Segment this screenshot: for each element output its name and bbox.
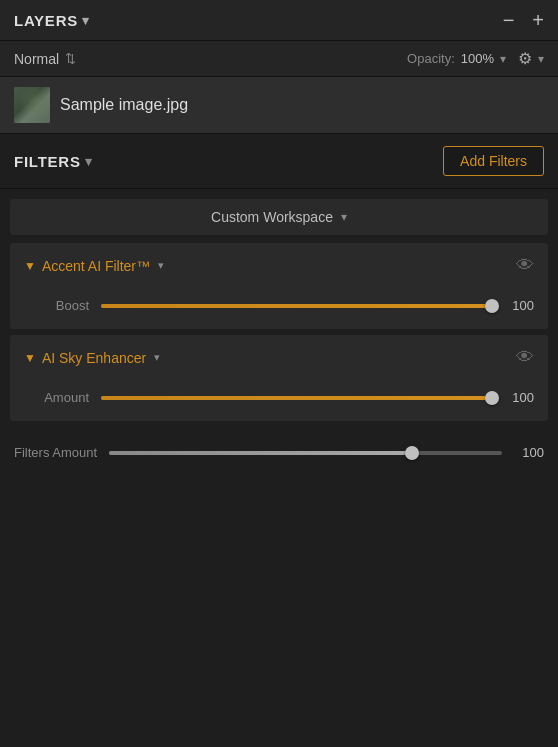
layers-title-dropdown-icon[interactable]: ▾ — [82, 13, 90, 28]
layer-name: Sample image.jpg — [60, 96, 188, 114]
accent-ai-slider-label: Boost — [24, 298, 89, 313]
accent-ai-slider-row: Boost 100 — [10, 288, 548, 329]
accent-ai-visibility-icon[interactable]: 👁 — [516, 255, 534, 276]
filters-amount-thumb[interactable] — [405, 446, 419, 460]
filters-amount-label: Filters Amount — [14, 445, 97, 460]
filter-panel-accent-ai: ▼ Accent AI Filter™ ▾ 👁 Boost 100 — [10, 243, 548, 329]
filter-panel-ai-sky-header: ▼ AI Sky Enhancer ▾ 👁 — [10, 335, 548, 380]
accent-ai-slider-fill — [101, 304, 492, 308]
blend-opacity-row: Normal ⇅ Opacity: 100% ▾ ⚙ ▾ — [0, 41, 558, 77]
blend-mode-selector[interactable]: Normal ⇅ — [14, 51, 76, 67]
ai-sky-slider-fill — [101, 396, 492, 400]
add-layer-button[interactable]: + — [532, 10, 544, 30]
filters-title-text: FILTERS — [14, 153, 81, 170]
ai-sky-collapse-arrow[interactable]: ▼ — [24, 351, 36, 365]
filters-amount-row: Filters Amount 100 — [0, 427, 558, 478]
accent-ai-slider-thumb[interactable] — [485, 299, 499, 313]
filter-panel-ai-sky: ▼ AI Sky Enhancer ▾ 👁 Amount 100 — [10, 335, 548, 421]
filter-panel-ai-sky-left: ▼ AI Sky Enhancer ▾ — [24, 350, 160, 366]
filters-title-dropdown-icon[interactable]: ▾ — [85, 154, 93, 169]
accent-ai-slider-value: 100 — [504, 298, 534, 313]
ai-sky-slider-row: Amount 100 — [10, 380, 548, 421]
ai-sky-slider-track — [101, 396, 492, 400]
add-filters-button[interactable]: Add Filters — [443, 146, 544, 176]
accent-ai-filter-dropdown-icon[interactable]: ▾ — [158, 259, 164, 272]
filters-title: FILTERS ▾ — [14, 153, 92, 170]
accent-ai-filter-name: Accent AI Filter™ — [42, 258, 150, 274]
opacity-dropdown-icon[interactable]: ▾ — [500, 52, 506, 66]
workspace-label: Custom Workspace — [211, 209, 333, 225]
ai-sky-visibility-icon[interactable]: 👁 — [516, 347, 534, 368]
ai-sky-slider-track-container[interactable] — [101, 396, 492, 400]
layers-title: LAYERS ▾ — [14, 12, 90, 29]
layers-title-text: LAYERS — [14, 12, 78, 29]
workspace-dropdown-icon: ▾ — [341, 210, 347, 224]
minimize-button[interactable]: − — [503, 10, 515, 30]
filters-amount-value: 100 — [514, 445, 544, 460]
layer-thumbnail — [14, 87, 50, 123]
ai-sky-slider-label: Amount — [24, 390, 89, 405]
opacity-section: Opacity: 100% ▾ ⚙ ▾ — [407, 49, 544, 68]
filters-amount-track-container[interactable] — [109, 451, 502, 455]
layers-header: LAYERS ▾ − + — [0, 0, 558, 41]
ai-sky-filter-name: AI Sky Enhancer — [42, 350, 146, 366]
opacity-label: Opacity: — [407, 51, 455, 66]
blend-mode-value: Normal — [14, 51, 59, 67]
filters-amount-fill — [109, 451, 412, 455]
filters-amount-track — [109, 451, 502, 455]
accent-ai-slider-track-container[interactable] — [101, 304, 492, 308]
settings-dropdown-icon[interactable]: ▾ — [538, 52, 544, 66]
ai-sky-slider-value: 100 — [504, 390, 534, 405]
filters-header: FILTERS ▾ Add Filters — [0, 134, 558, 189]
layer-item[interactable]: Sample image.jpg — [0, 77, 558, 134]
settings-button[interactable]: ⚙ — [518, 49, 532, 68]
filter-panel-accent-ai-header: ▼ Accent AI Filter™ ▾ 👁 — [10, 243, 548, 288]
accent-ai-collapse-arrow[interactable]: ▼ — [24, 259, 36, 273]
workspace-selector[interactable]: Custom Workspace ▾ — [10, 199, 548, 235]
ai-sky-filter-dropdown-icon[interactable]: ▾ — [154, 351, 160, 364]
filter-panel-accent-ai-left: ▼ Accent AI Filter™ ▾ — [24, 258, 164, 274]
blend-mode-arrows-icon: ⇅ — [65, 51, 76, 66]
layers-header-actions: − + — [503, 10, 544, 30]
accent-ai-slider-track — [101, 304, 492, 308]
opacity-value[interactable]: 100% — [461, 51, 494, 66]
ai-sky-slider-thumb[interactable] — [485, 391, 499, 405]
